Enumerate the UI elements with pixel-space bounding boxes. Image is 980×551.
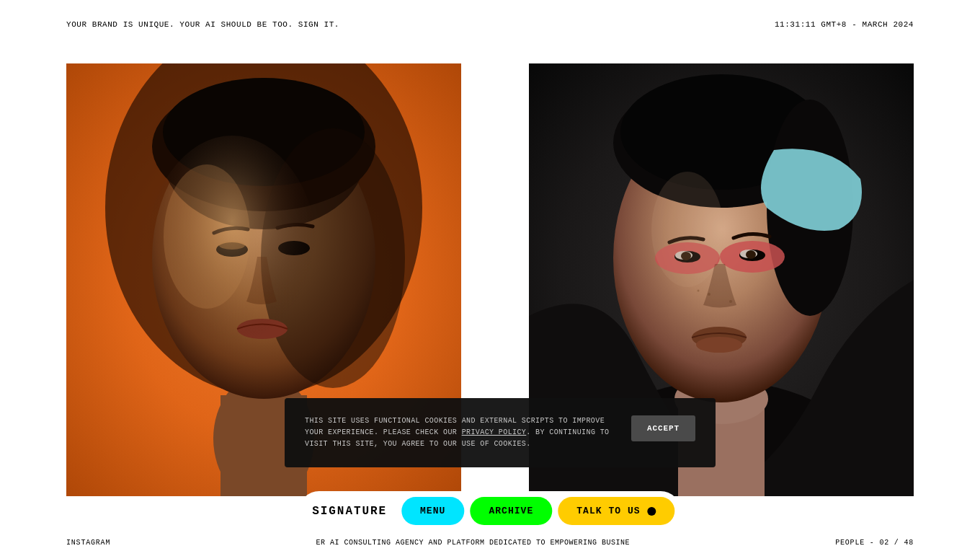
svg-point-35 — [729, 300, 732, 303]
cookie-banner: THIS SITE USES FUNCTIONAL COOKIES AND EX… — [285, 398, 716, 467]
svg-point-32 — [696, 337, 742, 353]
top-bar: YOUR BRAND IS UNIQUE. YOUR AI SHOULD BE … — [0, 0, 980, 49]
svg-point-33 — [651, 172, 723, 287]
ticker-text: ER AI CONSULTING AGENCY AND PLATFORM DED… — [316, 539, 630, 547]
svg-point-34 — [708, 293, 710, 296]
tagline: YOUR BRAND IS UNIQUE. YOUR AI SHOULD BE … — [66, 20, 339, 29]
menu-button[interactable]: MENU — [401, 497, 464, 525]
cookie-message: THIS SITE USES FUNCTIONAL COOKIES AND EX… — [305, 415, 614, 450]
accept-button[interactable]: ACCEPT — [631, 415, 695, 441]
instagram-link[interactable]: INSTAGRAM — [66, 539, 110, 547]
nav-logo: SIGNATURE — [312, 505, 396, 518]
bottom-status-bar: INSTAGRAM ER AI CONSULTING AGENCY AND PL… — [0, 534, 980, 551]
talk-dot-icon — [648, 507, 656, 516]
svg-point-30 — [746, 250, 756, 259]
bottom-nav-bar: SIGNATURE MENU ARCHIVE TALK TO US — [299, 491, 680, 531]
pagination: PEOPLE - 02 / 48 — [835, 539, 914, 547]
privacy-policy-link[interactable]: PRIVACY POLICY — [462, 428, 527, 436]
archive-button[interactable]: ARCHIVE — [470, 497, 552, 525]
talk-to-us-button[interactable]: TALK TO US — [558, 497, 674, 525]
datetime: 11:31:11 GMT+8 - MARCH 2024 — [775, 20, 914, 29]
svg-point-14 — [146, 136, 318, 381]
svg-point-36 — [698, 290, 700, 292]
